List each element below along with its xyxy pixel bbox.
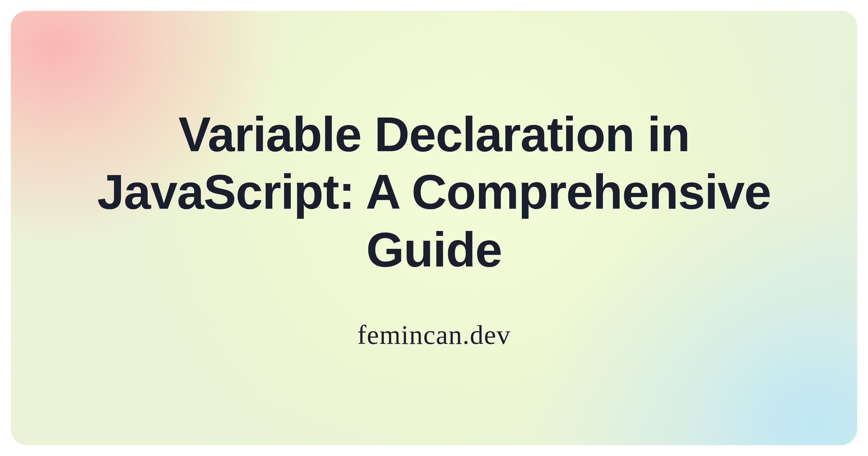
hero-card: Variable Declaration in JavaScript: A Co… [11,11,857,445]
site-attribution: femincan.dev [357,319,510,350]
article-title: Variable Declaration in JavaScript: A Co… [54,106,814,279]
